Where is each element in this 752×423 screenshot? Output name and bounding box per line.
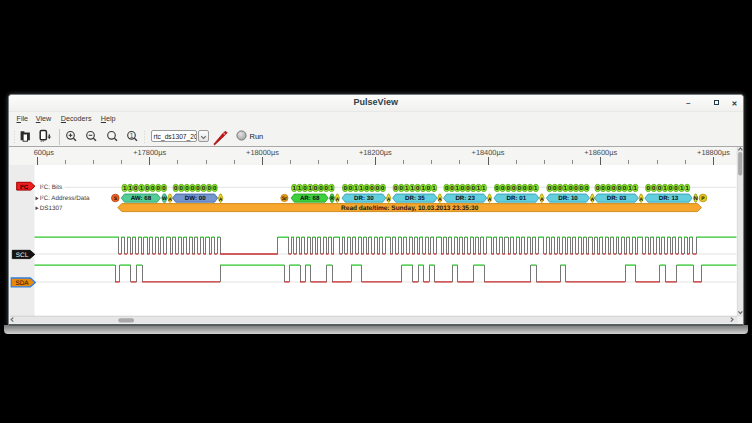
svg-text:0: 0	[162, 185, 166, 192]
svg-text:I²C: Address/Data: I²C: Address/Data	[39, 195, 89, 202]
svg-text:0: 0	[471, 185, 475, 192]
svg-text:A: A	[639, 196, 643, 202]
svg-text:+18600µs: +18600µs	[584, 148, 617, 157]
svg-text:0: 0	[450, 185, 454, 192]
svg-text:1: 1	[128, 185, 132, 192]
svg-text:DR: 13: DR: 13	[658, 195, 678, 202]
svg-text:AW: 68: AW: 68	[130, 195, 151, 202]
svg-text:R: R	[330, 196, 334, 202]
svg-text:W: W	[161, 196, 166, 202]
svg-text:A: A	[539, 196, 543, 202]
svg-text:0: 0	[569, 185, 573, 192]
svg-text:A: A	[168, 196, 172, 202]
svg-text:A: A	[438, 196, 442, 202]
svg-text:0: 0	[517, 185, 521, 192]
svg-text:N: N	[693, 196, 697, 202]
svg-text:A: A	[335, 196, 339, 202]
svg-text:DR: 35: DR: 35	[405, 195, 425, 202]
svg-text:A: A	[487, 196, 491, 202]
svg-text:1: 1	[354, 185, 358, 192]
svg-text:DR: 03: DR: 03	[606, 195, 626, 202]
svg-text:+18000µs: +18000µs	[246, 148, 279, 157]
svg-text:0: 0	[394, 185, 398, 192]
svg-text:+18800µs: +18800µs	[697, 148, 730, 157]
svg-text:DW: 00: DW: 00	[184, 195, 205, 202]
svg-text:0: 0	[512, 185, 516, 192]
svg-text:1: 1	[308, 185, 312, 192]
svg-text:0: 0	[657, 185, 661, 192]
svg-text:1: 1	[292, 185, 296, 192]
svg-text:1: 1	[139, 185, 143, 192]
svg-text:0: 0	[319, 185, 323, 192]
svg-text:1: 1	[405, 185, 409, 192]
svg-text:Sr: Sr	[281, 196, 286, 202]
svg-text:1: 1	[663, 185, 667, 192]
svg-text:0: 0	[324, 185, 328, 192]
svg-text:0: 0	[606, 185, 610, 192]
svg-text:DR: 23: DR: 23	[455, 195, 475, 202]
svg-text:0: 0	[466, 185, 470, 192]
svg-text:1: 1	[455, 185, 459, 192]
svg-text:0: 0	[151, 185, 155, 192]
svg-text:0: 0	[523, 185, 527, 192]
svg-text:SCL: SCL	[15, 252, 28, 259]
svg-text:A: A	[218, 196, 222, 202]
svg-text:I²C: I²C	[19, 184, 28, 191]
svg-text:DR: 10: DR: 10	[558, 195, 578, 202]
svg-text:0: 0	[190, 185, 194, 192]
svg-text:A: A	[386, 196, 390, 202]
svg-text:0: 0	[553, 185, 557, 192]
svg-text:0: 0	[399, 185, 403, 192]
svg-text:1: 1	[130, 131, 134, 138]
svg-text:Read date/time: Sunday, 10.03.: Read date/time: Sunday, 10.03.2013 23:35…	[341, 205, 479, 212]
svg-text:0: 0	[303, 185, 307, 192]
svg-text:0: 0	[375, 185, 379, 192]
svg-text:+18400µs: +18400µs	[471, 148, 504, 157]
svg-text:SDA: SDA	[15, 280, 29, 287]
svg-text:A: A	[590, 196, 594, 202]
svg-text:1: 1	[628, 185, 632, 192]
svg-text:DR: 30: DR: 30	[354, 195, 374, 202]
svg-text:DR: 01: DR: 01	[506, 195, 526, 202]
svg-text:I²C: Bits: I²C: Bits	[39, 184, 61, 191]
svg-text:0: 0	[185, 185, 189, 192]
svg-text:AR: 68: AR: 68	[299, 195, 319, 202]
svg-text:600µs: 600µs	[33, 148, 54, 157]
svg-text:0: 0	[547, 185, 551, 192]
svg-text:DS1307: DS1307	[39, 205, 62, 212]
svg-text:+18200µs: +18200µs	[358, 148, 391, 157]
svg-text:+17800µs: +17800µs	[133, 148, 166, 157]
